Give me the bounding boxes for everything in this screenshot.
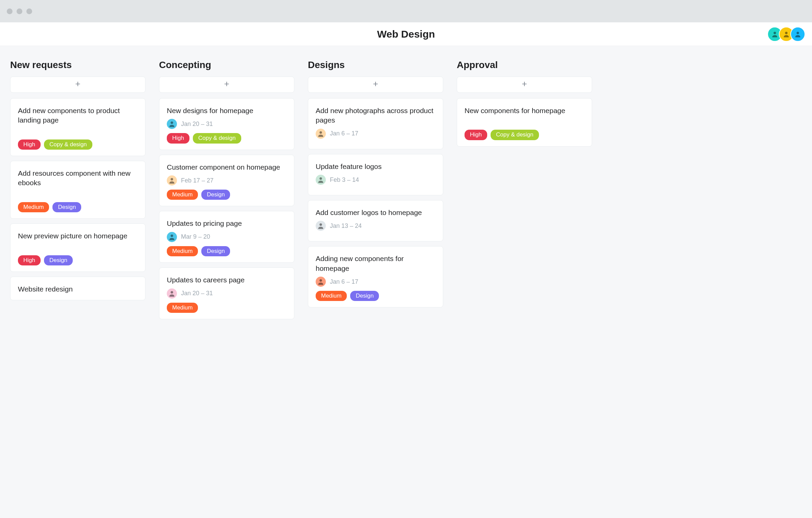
card-date: Jan 20 – 31 <box>181 121 213 128</box>
tag-pill[interactable]: Medium <box>18 202 49 212</box>
card-title: Add resources component with new ebooks <box>18 169 138 188</box>
card-tags: HighDesign <box>18 255 138 265</box>
card-meta: Jan 6 – 17 <box>316 277 435 287</box>
svg-point-13 <box>319 131 322 133</box>
page-title: Web Design <box>377 28 435 40</box>
card-meta: Feb 17 – 27 <box>167 175 287 186</box>
card-meta: Mar 9 – 20 <box>167 232 287 242</box>
task-card[interactable]: Add resources component with new ebooksM… <box>10 161 145 219</box>
task-card[interactable]: Updates to careers pageJan 20 – 31Medium <box>159 267 294 319</box>
add-card-button[interactable] <box>159 77 294 93</box>
card-title: Updates to careers page <box>167 275 287 285</box>
task-card[interactable]: New preview picture on homepageHighDesig… <box>10 223 145 272</box>
card-spacer <box>18 191 138 200</box>
add-card-button[interactable] <box>10 77 145 93</box>
tag-pill[interactable]: Medium <box>316 291 347 301</box>
tag-pill[interactable]: Design <box>201 190 230 200</box>
tag-pill[interactable]: Copy & design <box>491 130 539 140</box>
add-card-button[interactable] <box>308 77 443 93</box>
add-card-button[interactable] <box>457 77 592 93</box>
svg-point-1 <box>785 31 787 34</box>
assignee-avatar[interactable] <box>167 288 177 299</box>
svg-point-15 <box>319 223 322 226</box>
card-date: Feb 3 – 14 <box>330 176 359 184</box>
card-date: Jan 6 – 17 <box>330 278 358 285</box>
card-tags: HighCopy & design <box>167 133 287 143</box>
tag-pill[interactable]: High <box>167 133 189 143</box>
card-title: Updates to pricing page <box>167 219 287 228</box>
card-meta: Feb 3 – 14 <box>316 175 435 185</box>
card-spacer <box>18 244 138 253</box>
task-card[interactable]: Website redesign <box>10 277 145 300</box>
assignee-avatar[interactable] <box>167 119 177 129</box>
column-title: Approval <box>457 60 592 70</box>
card-spacer <box>18 129 138 137</box>
svg-point-2 <box>796 31 799 34</box>
tag-pill[interactable]: High <box>18 255 41 265</box>
tag-pill[interactable]: Design <box>52 202 81 212</box>
tag-pill[interactable]: Design <box>350 291 379 301</box>
plus-icon <box>372 81 379 89</box>
minimize-window-icon[interactable] <box>17 8 22 14</box>
task-card[interactable]: Customer component on homepageFeb 17 – 2… <box>159 155 294 207</box>
column-title: Designs <box>308 60 443 70</box>
task-card[interactable]: New components for homepageHighCopy & de… <box>457 98 592 147</box>
kanban-board: New requestsAdd new components to produc… <box>0 46 812 518</box>
card-title: Add new photographs across product pages <box>316 106 435 125</box>
task-card[interactable]: Adding new components for homepageJan 6 … <box>308 246 443 307</box>
assignee-avatar[interactable] <box>316 175 326 185</box>
card-date: Jan 13 – 24 <box>330 222 362 230</box>
svg-point-9 <box>171 234 173 237</box>
tag-pill[interactable]: Design <box>201 246 230 256</box>
card-date: Jan 6 – 17 <box>330 130 358 137</box>
plus-icon <box>74 81 81 89</box>
task-card[interactable]: Update feature logosFeb 3 – 14 <box>308 154 443 195</box>
maximize-window-icon[interactable] <box>26 8 32 14</box>
card-title: New components for homepage <box>465 106 584 115</box>
card-tags: HighCopy & design <box>18 139 138 150</box>
tag-pill[interactable]: High <box>18 139 41 150</box>
tag-pill[interactable]: High <box>465 130 487 140</box>
tag-pill[interactable]: Copy & design <box>44 139 92 150</box>
window-titlebar <box>0 0 812 22</box>
task-card[interactable]: Add new components to product landing pa… <box>10 98 145 156</box>
svg-point-8 <box>171 178 173 180</box>
card-title: Add customer logos to homepage <box>316 208 435 217</box>
collaborator-avatar[interactable] <box>790 27 805 42</box>
card-date: Mar 9 – 20 <box>181 233 210 240</box>
collaborator-avatars[interactable] <box>771 27 805 42</box>
card-title: Update feature logos <box>316 162 435 171</box>
tag-pill[interactable]: Medium <box>167 190 198 200</box>
plus-icon <box>521 81 528 89</box>
card-spacer <box>465 119 584 128</box>
board-column: ConceptingNew designs for homepageJan 20… <box>159 60 294 324</box>
assignee-avatar[interactable] <box>316 129 326 139</box>
assignee-avatar[interactable] <box>167 232 177 242</box>
card-meta: Jan 20 – 31 <box>167 288 287 299</box>
assignee-avatar[interactable] <box>316 221 326 231</box>
tag-pill[interactable]: Copy & design <box>193 133 241 143</box>
card-meta: Jan 20 – 31 <box>167 119 287 129</box>
assignee-avatar[interactable] <box>316 277 326 287</box>
card-tags: MediumDesign <box>167 190 287 200</box>
svg-point-10 <box>171 291 173 293</box>
card-date: Feb 17 – 27 <box>181 177 213 184</box>
card-title: Add new components to product landing pa… <box>18 106 138 125</box>
plus-icon <box>223 81 230 89</box>
task-card[interactable]: Add new photographs across product pages… <box>308 98 443 149</box>
column-title: New requests <box>10 60 145 70</box>
task-card[interactable]: Add customer logos to homepageJan 13 – 2… <box>308 200 443 241</box>
board-column: DesignsAdd new photographs across produc… <box>308 60 443 312</box>
card-title: Website redesign <box>18 284 138 294</box>
tag-pill[interactable]: Design <box>44 255 73 265</box>
tag-pill[interactable]: Medium <box>167 246 198 256</box>
close-window-icon[interactable] <box>7 8 13 14</box>
tag-pill[interactable]: Medium <box>167 303 198 313</box>
assignee-avatar[interactable] <box>167 175 177 186</box>
card-tags: MediumDesign <box>316 291 435 301</box>
card-title: Customer component on homepage <box>167 163 287 172</box>
board-column: New requestsAdd new components to produc… <box>10 60 145 305</box>
card-tags: MediumDesign <box>18 202 138 212</box>
task-card[interactable]: Updates to pricing pageMar 9 – 20MediumD… <box>159 211 294 263</box>
task-card[interactable]: New designs for homepageJan 20 – 31HighC… <box>159 98 294 150</box>
